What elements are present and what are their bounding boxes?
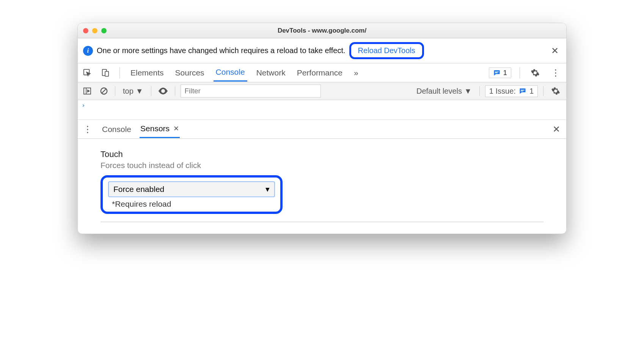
svg-rect-2 — [105, 71, 108, 76]
window-titlebar: DevTools - www.google.com/ — [78, 23, 566, 38]
sensors-panel: Touch Forces touch instead of click Forc… — [78, 139, 566, 234]
touch-select-value: Force enabled — [113, 185, 164, 194]
dropdown-triangle-icon: ▼ — [136, 87, 143, 96]
svg-rect-3 — [495, 71, 499, 72]
dropdown-triangle-icon: ▼ — [464, 87, 472, 96]
close-drawer-button[interactable]: ✕ — [550, 124, 562, 135]
main-menu-kebab-icon[interactable]: ⋮ — [549, 68, 562, 78]
drawer-tab-sensors[interactable]: Sensors ✕ — [140, 120, 180, 138]
tab-network[interactable]: Network — [254, 64, 288, 81]
svg-line-9 — [102, 89, 106, 93]
console-toolbar: top ▼ Default levels ▼ 1 Issue: 1 — [78, 82, 566, 100]
svg-rect-11 — [521, 91, 523, 91]
execution-context-select[interactable]: top ▼ — [121, 86, 146, 96]
touch-section-description: Forces touch instead of click — [101, 161, 543, 170]
live-expression-eye-icon[interactable] — [157, 88, 170, 94]
console-filter-input[interactable] — [181, 85, 321, 97]
device-toggle-icon[interactable] — [100, 69, 111, 77]
drawer-tab-console[interactable]: Console — [101, 121, 132, 138]
toggle-sidebar-icon[interactable] — [82, 87, 93, 95]
svg-rect-4 — [495, 72, 498, 73]
console-settings-gear-icon[interactable] — [549, 86, 562, 96]
devtools-window: DevTools - www.google.com/ i One or more… — [77, 23, 567, 234]
close-tab-icon[interactable]: ✕ — [173, 124, 179, 133]
tab-elements[interactable]: Elements — [128, 64, 166, 81]
message-icon — [493, 69, 501, 77]
close-infobar-button[interactable]: ✕ — [549, 46, 561, 56]
svg-rect-10 — [521, 90, 525, 91]
tab-sources[interactable]: Sources — [173, 64, 207, 81]
tab-console[interactable]: Console — [214, 64, 247, 82]
main-tabstrip: Elements Sources Console Network Perform… — [78, 63, 566, 82]
drawer-tabstrip: ⋮ Console Sensors ✕ ✕ — [78, 120, 566, 139]
touch-mode-select[interactable]: Force enabled ▾ — [108, 181, 275, 197]
clear-console-icon[interactable] — [98, 87, 110, 95]
info-icon: i — [83, 46, 93, 56]
reload-infobar: i One or more settings have changed whic… — [78, 38, 566, 63]
drawer-menu-kebab-icon[interactable]: ⋮ — [82, 124, 94, 135]
svg-marker-7 — [88, 90, 90, 92]
settings-gear-icon[interactable] — [528, 68, 542, 77]
issues-label: 1 Issue: — [489, 87, 516, 96]
levels-label: Default levels — [416, 87, 462, 96]
reload-devtools-button[interactable]: Reload DevTools — [349, 42, 424, 59]
section-divider — [101, 221, 543, 222]
touch-section-label: Touch — [101, 149, 543, 159]
tab-performance[interactable]: Performance — [295, 64, 345, 81]
issue-icon — [519, 87, 526, 95]
context-label: top — [123, 87, 134, 96]
inspect-element-icon[interactable] — [82, 69, 93, 77]
touch-select-highlight: Force enabled ▾ *Requires reload — [101, 175, 283, 214]
messages-count: 1 — [503, 69, 507, 77]
console-prompt-icon: › — [82, 102, 85, 109]
requires-reload-note: *Requires reload — [108, 199, 275, 209]
dropdown-triangle-icon: ▾ — [265, 185, 270, 194]
infobar-message: One or more settings have changed which … — [97, 46, 346, 55]
log-levels-select[interactable]: Default levels ▼ — [414, 86, 474, 96]
issues-count: 1 — [529, 87, 534, 96]
more-tabs-button[interactable]: » — [352, 64, 361, 81]
console-output[interactable]: › — [78, 100, 566, 120]
messages-badge[interactable]: 1 — [489, 68, 511, 78]
issues-badge[interactable]: 1 Issue: 1 — [485, 85, 538, 97]
window-title: DevTools - www.google.com/ — [78, 27, 566, 35]
